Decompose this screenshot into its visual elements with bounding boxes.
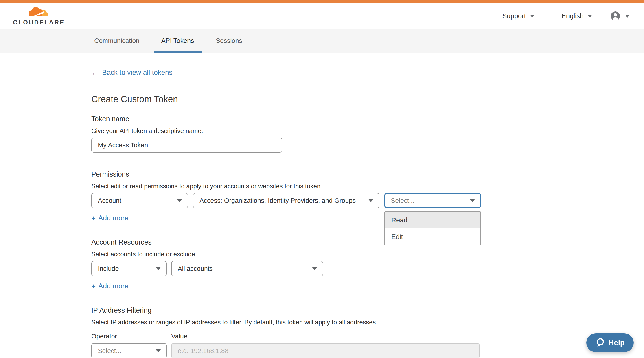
permission-resource-select[interactable]: Access: Organizations, Identity Provider… [193,193,380,208]
tab-label: API Tokens [161,37,194,45]
permissions-heading: Permissions [91,170,644,178]
tab-label: Sessions [216,37,242,45]
account-resources-row: Include All accounts [91,261,644,276]
option-label: Read [391,216,408,224]
ip-filtering-heading: IP Address Filtering [91,306,644,314]
tab-bar: Communication API Tokens Sessions [0,29,644,53]
chevron-down-icon [470,199,475,202]
permission-level-placeholder: Select... [391,197,414,204]
back-link-label: Back to view all tokens [102,69,172,77]
permission-level-menu: Read Edit [384,211,481,245]
include-mode-value: Include [98,265,119,272]
permission-scope-value: Account [98,197,122,204]
operator-placeholder: Select... [98,347,122,355]
cloudflare-logo[interactable]: CLOUDFLARE [13,6,65,26]
permission-resource-value: Access: Organizations, Identity Provider… [200,197,356,204]
ip-value-input[interactable] [171,343,480,358]
tab-communication[interactable]: Communication [94,29,139,53]
chevron-down-icon [368,199,374,202]
ip-filtering-controls: Select... [91,343,644,358]
chevron-down-icon [312,267,317,270]
language-label: English [562,12,584,20]
include-mode-select[interactable]: Include [91,261,167,276]
chevron-down-icon [177,199,182,202]
help-bubble-icon [595,337,605,348]
option-label: Edit [391,233,403,240]
account-scope-select[interactable]: All accounts [171,261,323,276]
help-button[interactable]: Help [586,333,634,352]
back-link[interactable]: ← Back to view all tokens [91,69,172,77]
chevron-down-icon [588,15,592,18]
tab-sessions[interactable]: Sessions [216,29,242,53]
tab-label: Communication [94,37,139,45]
permission-level-select[interactable]: Select... [384,193,481,208]
brand-accent-bar [0,0,644,3]
value-label: Value [171,333,187,340]
cloudflare-cloud-icon [27,6,48,19]
permission-level-select-wrap: Select... Read Edit [384,193,481,208]
help-button-label: Help [608,338,625,347]
support-menu[interactable]: Support [502,12,535,20]
operator-label: Operator [91,333,167,340]
header: CLOUDFLARE Support English [0,3,644,29]
header-actions: Support English [502,12,630,21]
main-content: ← Back to view all tokens Create Custom … [0,53,644,358]
account-resources-add-more-link[interactable]: + Add more [91,282,128,290]
account-resources-description: Select accounts to include or exclude. [91,251,644,258]
operator-select[interactable]: Select... [91,343,167,358]
back-arrow-icon: ← [91,69,99,76]
ip-filtering-labels: Operator Value [91,333,644,340]
user-menu[interactable] [611,12,630,21]
chevron-down-icon [156,267,161,270]
tab-api-tokens[interactable]: API Tokens [154,29,201,53]
account-scope-value: All accounts [178,265,213,272]
permissions-description: Select edit or read permissions to apply… [91,183,644,190]
add-more-label: Add more [98,214,128,222]
add-more-label: Add more [98,282,128,290]
plus-icon: + [91,282,96,290]
account-resources-heading: Account Resources [91,238,644,246]
token-name-description: Give your API token a descriptive name. [91,127,644,135]
chevron-down-icon [625,15,630,18]
plus-icon: + [91,214,96,222]
chevron-down-icon [156,349,161,352]
menu-option-read[interactable]: Read [385,212,480,228]
avatar-icon [611,12,620,21]
permissions-row: Account Access: Organizations, Identity … [91,193,644,208]
permission-scope-select[interactable]: Account [91,193,188,208]
chevron-down-icon [530,15,535,18]
token-name-heading: Token name [91,115,644,123]
support-label: Support [502,12,526,20]
logo-wordmark: CLOUDFLARE [13,19,65,26]
menu-option-edit[interactable]: Edit [385,228,480,245]
page-title: Create Custom Token [91,94,644,104]
ip-filtering-description: Select IP addresses or ranges of IP addr… [91,319,644,326]
language-menu[interactable]: English [562,12,592,20]
permissions-add-more-link[interactable]: + Add more [91,214,128,222]
token-name-input[interactable] [91,138,282,153]
